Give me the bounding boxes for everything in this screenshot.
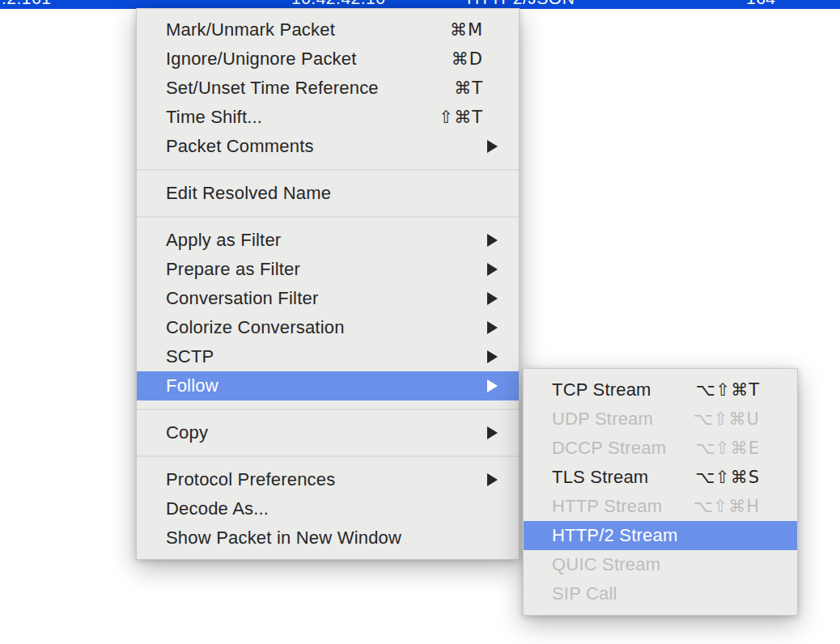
shortcut-label: ⌘T	[454, 74, 483, 103]
menu-item-label: Set/Unset Time Reference	[166, 78, 379, 99]
menu-item-label: Protocol Preferences	[166, 469, 335, 490]
submenu-item-quic-stream: QUIC Stream	[524, 550, 797, 579]
menu-item-label: Time Shift...	[166, 107, 262, 128]
submenu-item-http-stream: HTTP Stream ⌥⇧⌘H	[524, 492, 797, 521]
menu-item-mark-unmark-packet[interactable]: Mark/Unmark Packet ⌘M	[137, 15, 519, 44]
menu-item-label: Packet Comments	[166, 136, 314, 157]
submenu-item-sip-call: SIP Call	[524, 579, 797, 608]
menu-separator	[137, 409, 519, 410]
shortcut-label: ⌘D	[452, 44, 483, 74]
submenu-arrow-icon	[487, 321, 498, 334]
menu-item-label: Mark/Unmark Packet	[166, 19, 335, 40]
shortcut-label: ⌘M	[450, 15, 483, 44]
shortcut-label: ⌥⇧⌘H	[693, 492, 760, 521]
menu-item-label: TCP Stream	[552, 379, 651, 400]
submenu-arrow-icon	[487, 426, 498, 439]
menu-item-label: Colorize Conversation	[166, 317, 345, 338]
menu-item-label: QUIC Stream	[552, 554, 660, 575]
packet-context-menu: Mark/Unmark Packet ⌘M Ignore/Unignore Pa…	[136, 8, 520, 560]
menu-item-label: Copy	[166, 422, 208, 443]
submenu-arrow-icon	[487, 292, 498, 305]
menu-item-label: SCTP	[166, 346, 214, 367]
submenu-item-dccp-stream: DCCP Stream ⌥⇧⌘E	[524, 434, 797, 463]
packet-length-cell: 164	[746, 0, 776, 8]
follow-submenu: TCP Stream ⌥⇧⌘T UDP Stream ⌥⇧⌘U DCCP Str…	[523, 368, 798, 616]
submenu-arrow-icon	[487, 350, 498, 363]
menu-item-label: DCCP Stream	[552, 438, 666, 459]
submenu-arrow-icon	[487, 234, 498, 247]
packet-protocol-cell: HTTP2/JSON	[467, 0, 575, 8]
menu-item-sctp[interactable]: SCTP	[137, 342, 519, 371]
packet-destination-cell: 10.42.42.10	[291, 0, 385, 8]
submenu-item-tls-stream[interactable]: TLS Stream ⌥⇧⌘S	[524, 463, 797, 492]
submenu-arrow-icon	[487, 263, 498, 276]
packet-source-cell: .2.161	[2, 0, 51, 8]
menu-item-show-packet-in-new-window[interactable]: Show Packet in New Window	[137, 523, 519, 553]
menu-item-decode-as[interactable]: Decode As...	[137, 494, 519, 523]
submenu-item-udp-stream: UDP Stream ⌥⇧⌘U	[524, 405, 797, 434]
menu-item-label: Show Packet in New Window	[166, 527, 401, 549]
menu-item-label: HTTP Stream	[552, 496, 662, 517]
shortcut-label: ⌥⇧⌘T	[695, 375, 760, 405]
menu-item-conversation-filter[interactable]: Conversation Filter	[137, 284, 519, 313]
menu-item-label: HTTP/2 Stream	[552, 525, 677, 546]
shortcut-label: ⇧⌘T	[439, 103, 483, 132]
menu-item-label: Follow	[166, 375, 218, 396]
menu-item-label: Conversation Filter	[166, 288, 318, 309]
menu-item-prepare-as-filter[interactable]: Prepare as Filter	[137, 255, 519, 284]
menu-item-set-unset-time-reference[interactable]: Set/Unset Time Reference ⌘T	[137, 74, 519, 103]
menu-separator	[137, 216, 519, 218]
menu-item-label: Prepare as Filter	[166, 259, 300, 280]
menu-item-apply-as-filter[interactable]: Apply as Filter	[137, 226, 519, 255]
menu-item-copy[interactable]: Copy	[137, 418, 519, 447]
screen: .2.161 10.42.42.10 HTTP2/JSON 164 Mark/U…	[0, 0, 840, 644]
menu-item-label: Edit Resolved Name	[166, 183, 331, 204]
menu-item-ignore-unignore-packet[interactable]: Ignore/Unignore Packet ⌘D	[137, 44, 519, 74]
submenu-arrow-icon	[487, 140, 498, 153]
submenu-arrow-icon	[487, 379, 498, 392]
shortcut-label: ⌥⇧⌘U	[694, 405, 760, 434]
menu-item-label: SIP Call	[552, 583, 617, 604]
submenu-item-http2-stream[interactable]: HTTP/2 Stream	[524, 521, 797, 550]
menu-separator	[137, 169, 519, 171]
shortcut-label: ⌥⇧⌘E	[695, 434, 760, 463]
menu-item-colorize-conversation[interactable]: Colorize Conversation	[137, 313, 519, 342]
submenu-arrow-icon	[487, 473, 498, 486]
menu-item-label: Apply as Filter	[166, 230, 281, 251]
menu-item-label: Decode As...	[166, 498, 269, 519]
menu-item-edit-resolved-name[interactable]: Edit Resolved Name	[137, 179, 519, 208]
menu-separator	[137, 455, 519, 457]
menu-item-follow[interactable]: Follow	[137, 371, 519, 400]
submenu-item-tcp-stream[interactable]: TCP Stream ⌥⇧⌘T	[524, 375, 797, 405]
shortcut-label: ⌥⇧⌘S	[695, 463, 760, 492]
menu-item-packet-comments[interactable]: Packet Comments	[137, 132, 519, 161]
menu-item-label: Ignore/Unignore Packet	[166, 49, 357, 70]
menu-item-time-shift[interactable]: Time Shift... ⇧⌘T	[137, 103, 519, 132]
menu-item-label: TLS Stream	[552, 467, 648, 488]
menu-item-protocol-preferences[interactable]: Protocol Preferences	[137, 465, 519, 494]
menu-item-label: UDP Stream	[552, 409, 653, 430]
